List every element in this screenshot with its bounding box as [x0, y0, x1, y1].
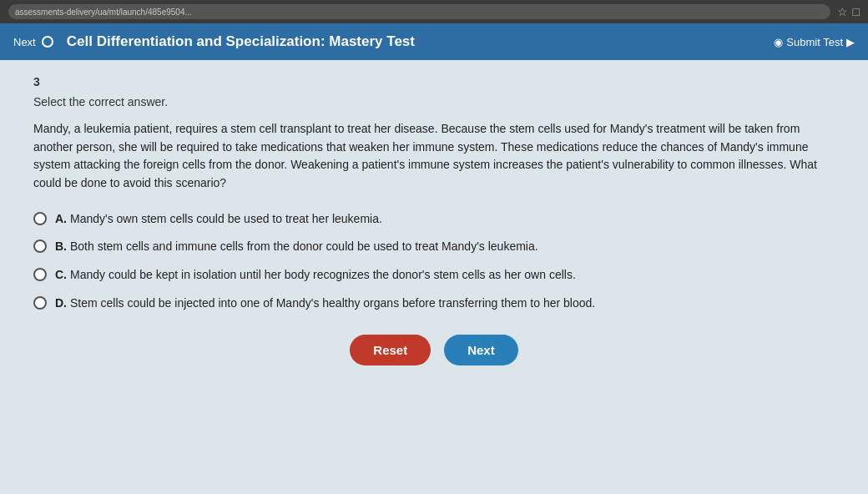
answer-item-d[interactable]: D.Stem cells could be injected into one … [33, 295, 835, 312]
answer-text-a: Mandy's own stem cells could be used to … [70, 212, 382, 225]
answer-text-b: Both stem cells and immune cells from th… [70, 239, 538, 253]
answer-item-c[interactable]: C.Mandy could be kept in isolation until… [33, 267, 835, 284]
answer-letter-b: B. [55, 239, 67, 253]
answer-letter-c: C. [55, 268, 67, 281]
answer-text-c: Mandy could be kept in isolation until h… [70, 268, 576, 281]
page-title: Cell Differentiation and Specialization:… [67, 33, 761, 50]
radio-c[interactable] [33, 268, 47, 281]
answer-label-c: C.Mandy could be kept in isolation until… [55, 267, 576, 284]
question-body: Mandy, a leukemia patient, requires a st… [33, 120, 835, 193]
next-button[interactable]: Next [444, 335, 518, 365]
answer-letter-d: D. [55, 296, 67, 310]
question-instruction: Select the correct answer. [33, 95, 835, 108]
star-icon[interactable]: ☆ [837, 5, 848, 18]
window-icon[interactable]: □ [853, 5, 860, 18]
reset-button[interactable]: Reset [350, 335, 431, 365]
submit-test-label: Submit Test [786, 36, 843, 48]
answer-item-a[interactable]: A.Mandy's own stem cells could be used t… [33, 211, 835, 228]
radio-b[interactable] [33, 239, 47, 253]
next-nav-button[interactable]: Next [13, 36, 53, 48]
submit-arrow-icon: ▶ [846, 36, 855, 48]
content-area: 3 Select the correct answer. Mandy, a le… [0, 60, 868, 494]
nav-circle-icon [42, 36, 53, 48]
answer-label-d: D.Stem cells could be injected into one … [55, 295, 595, 312]
answer-item-b[interactable]: B.Both stem cells and immune cells from … [33, 239, 835, 255]
radio-a[interactable] [33, 212, 47, 225]
answer-text-d: Stem cells could be injected into one of… [70, 296, 595, 310]
browser-url: assessments-delivery/ua/mt/launch/485e95… [8, 4, 830, 19]
answer-label-b: B.Both stem cells and immune cells from … [55, 239, 538, 255]
radio-d[interactable] [33, 296, 47, 310]
url-text: assessments-delivery/ua/mt/launch/485e95… [15, 8, 192, 17]
browser-icons: ☆ □ [837, 5, 860, 18]
submit-icon: ◉ [774, 36, 783, 48]
header-bar: Next Cell Differentiation and Specializa… [0, 23, 868, 60]
answers-list: A.Mandy's own stem cells could be used t… [33, 211, 835, 311]
buttons-row: Reset Next [33, 335, 835, 365]
browser-bar: assessments-delivery/ua/mt/launch/485e95… [0, 0, 868, 23]
question-number: 3 [33, 75, 835, 88]
answer-label-a: A.Mandy's own stem cells could be used t… [55, 211, 382, 228]
answer-letter-a: A. [55, 212, 67, 225]
next-nav-label: Next [13, 36, 36, 48]
submit-test-button[interactable]: ◉ Submit Test ▶ [774, 36, 855, 48]
